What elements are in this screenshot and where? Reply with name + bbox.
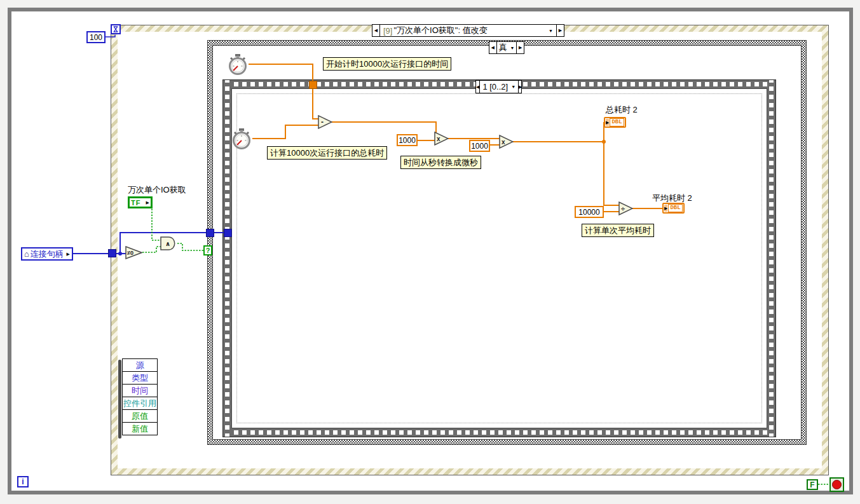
constant-1000-a[interactable]: 1000 <box>397 134 418 146</box>
case-condition-terminal[interactable]: ? <box>203 245 212 255</box>
next-arrow-icon: ▶ <box>559 28 562 33</box>
event-data-item-newval[interactable]: 新值 <box>122 422 158 435</box>
event-data-item-ctlref[interactable]: 控件引用 <box>122 397 158 410</box>
hourglass-icon <box>113 26 119 32</box>
sequence-next-button[interactable]: ▶ <box>518 81 522 93</box>
wire-timer1-subtract <box>249 64 318 119</box>
question-mark: ? <box>206 247 210 254</box>
constant-10000[interactable]: 10000 <box>575 206 604 218</box>
handle-label: 连接句柄 <box>31 249 64 260</box>
multiply-glyph: x <box>499 135 516 149</box>
and-node[interactable]: ∧ <box>160 236 177 250</box>
house-icon: ⌂ <box>24 250 29 258</box>
false-constant[interactable]: F <box>807 479 818 490</box>
case-name: 真 <box>499 42 507 53</box>
and-glyph: ∧ <box>160 236 182 250</box>
subtract-node[interactable]: - <box>318 115 332 129</box>
next-arrow-icon: ▶ <box>519 85 522 90</box>
multiply-node-2[interactable]: x <box>499 135 514 149</box>
wire-junction-divide <box>604 142 619 205</box>
frame-name: 1 [0..2] <box>482 82 508 92</box>
not-equal-zero-node[interactable]: ≠0 <box>125 246 142 259</box>
iteration-i: i <box>22 477 24 486</box>
event-data-item-oldval[interactable]: 原值 <box>122 409 158 423</box>
subtract-glyph: - <box>318 115 336 129</box>
comment-total-time: 计算10000次运行接口的总耗时 <box>267 146 387 160</box>
wire-blue-junction-dot <box>118 252 122 255</box>
prev-arrow-icon: ◀ <box>476 85 479 90</box>
wire-timer2-subtract <box>252 125 318 139</box>
event-data-item-time[interactable]: 时间 <box>122 384 158 397</box>
dropdown-icon[interactable]: ▼ <box>509 85 515 89</box>
loop-stop-terminal[interactable] <box>829 477 844 492</box>
divide-glyph: ÷ <box>618 201 636 215</box>
io-bool-label: 万次单个IO获取 <box>128 184 186 196</box>
event-selector-label[interactable]: [9] "万次单个IO获取": 值改变 ▼ <box>380 25 556 36</box>
prev-arrow-icon: ◀ <box>491 45 495 50</box>
dropdown-icon[interactable]: ▼ <box>508 46 515 50</box>
sequence-tunnel-reference[interactable] <box>224 229 232 237</box>
event-data-node[interactable]: 源 类型 时间 控件引用 原值 新值 <box>118 359 158 439</box>
neq0-glyph: ≠0 <box>125 246 144 259</box>
tick-count-timer-1[interactable] <box>227 53 249 75</box>
dbl-type-badge: DBL <box>610 118 624 126</box>
constant-value: 10000 <box>578 208 599 217</box>
stopwatch-icon <box>231 128 252 149</box>
wire-junction-dot <box>602 140 606 144</box>
sequence-selector-label[interactable]: 1 [0..2] ▼ <box>480 81 518 93</box>
sequence-tunnel-numeric[interactable] <box>309 81 317 89</box>
event-data-node-bar <box>118 360 121 439</box>
tick-count-timer-2[interactable] <box>231 128 252 149</box>
average-time-indicator[interactable]: ▶ DBL <box>662 203 685 214</box>
timeout-constant[interactable]: 100 <box>86 31 106 43</box>
wire-multiply2-total-indicator <box>513 123 606 142</box>
event-prev-button[interactable]: ◀ <box>372 25 380 36</box>
multiply-node-1[interactable]: x <box>434 132 449 146</box>
connection-handle-control[interactable]: ⌂ 连接句柄 ▶ <box>21 247 73 261</box>
loop-iteration-terminal[interactable]: i <box>17 476 29 487</box>
case-selector-label[interactable]: 真 ▼ <box>497 42 517 53</box>
indicator-arrow-icon: ▶ <box>664 205 667 212</box>
sequence-selector: ◀ 1 [0..2] ▼ ▶ <box>475 80 522 93</box>
event-selector: ◀ [9] "万次单个IO获取": 值改变 ▼ ▶ <box>372 24 564 37</box>
comment-start-timing: 开始计时10000次运行接口的时间 <box>323 57 451 71</box>
comment-convert: 时间从秒转换成微秒 <box>400 156 481 169</box>
case-tunnel-reference[interactable] <box>206 229 214 237</box>
comment-average: 计算单次平均耗时 <box>582 224 654 237</box>
wire-subtract-multiply1 <box>332 122 436 136</box>
constant-value: 1000 <box>399 136 416 145</box>
multiply-glyph: x <box>434 132 451 146</box>
stopwatch-icon <box>227 53 249 75</box>
dropdown-icon[interactable]: ▼ <box>545 29 553 33</box>
event-index: [9] <box>383 26 392 36</box>
constant-value: 1000 <box>471 142 488 151</box>
terminal-arrow-icon: ▶ <box>146 200 149 205</box>
wire-100-timeout <box>106 35 115 37</box>
timeout-value: 100 <box>90 33 102 42</box>
case-next-button[interactable]: ▶ <box>516 42 524 53</box>
indicator-arrow-icon: ▶ <box>606 119 609 126</box>
case-prev-button[interactable]: ◀ <box>489 42 497 53</box>
total-time-label: 总耗时 2 <box>606 104 638 116</box>
terminal-arrow-icon: ▶ <box>67 252 70 257</box>
stop-sign-icon <box>832 480 842 489</box>
constant-1000-b[interactable]: 1000 <box>469 140 490 152</box>
wire-neq0-and <box>142 247 161 252</box>
false-value: F <box>810 480 814 489</box>
case-selector: ◀ 真 ▼ ▶ <box>489 41 524 54</box>
total-time-indicator[interactable]: ▶ DBL <box>604 117 626 128</box>
event-data-item-type[interactable]: 类型 <box>122 371 158 385</box>
event-tunnel-reference[interactable] <box>108 249 116 257</box>
next-arrow-icon: ▶ <box>519 45 522 50</box>
io-bool-control[interactable]: TF ▶ <box>128 196 153 208</box>
event-data-item-source[interactable]: 源 <box>122 358 158 372</box>
divide-node[interactable]: ÷ <box>618 201 633 215</box>
event-next-button[interactable]: ▶ <box>556 25 564 36</box>
prev-arrow-icon: ◀ <box>374 28 378 33</box>
block-diagram-canvas: 100 ◀ [9] "万次单个IO获取": 值改变 ▼ ▶ ◀ 真 ▼ ▶ ? … <box>0 0 860 504</box>
event-title: "万次单个IO获取": 值改变 <box>393 25 487 36</box>
event-timeout-terminal[interactable] <box>111 24 121 34</box>
dbl-type-badge: DBL <box>668 204 682 212</box>
tf-badge: TF <box>131 199 140 207</box>
